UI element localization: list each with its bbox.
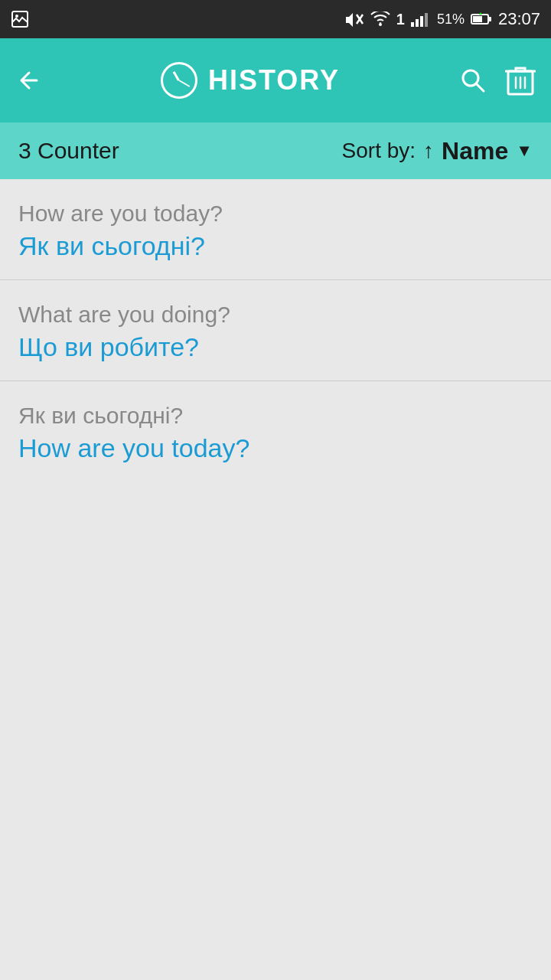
svg-point-4 bbox=[379, 23, 382, 26]
app-bar-title: HISTORY bbox=[208, 64, 340, 96]
muted-icon bbox=[343, 11, 364, 27]
battery-icon bbox=[471, 12, 492, 26]
svg-rect-7 bbox=[420, 16, 423, 27]
svg-rect-8 bbox=[425, 13, 428, 27]
app-bar: HISTORY bbox=[0, 38, 551, 122]
item-secondary-text: Що ви робите? bbox=[18, 332, 533, 362]
svg-point-1 bbox=[15, 15, 18, 18]
history-list: How are you today? Як ви сьогодні? What … bbox=[0, 179, 551, 482]
signal-icon bbox=[411, 11, 431, 27]
sort-bar: 3 Counter Sort by: ↑ Name ▼ bbox=[0, 122, 551, 179]
wifi-icon bbox=[370, 11, 390, 27]
counter-text: 3 Counter bbox=[18, 138, 119, 164]
delete-button[interactable] bbox=[505, 64, 536, 97]
sort-by-label: Sort by: bbox=[342, 139, 416, 163]
status-bar: 1 51% 23:07 bbox=[0, 0, 551, 38]
sim-icon: 1 bbox=[396, 11, 405, 28]
status-bar-left bbox=[11, 10, 29, 28]
svg-rect-11 bbox=[488, 17, 491, 21]
item-primary-text: What are you doing? bbox=[18, 302, 533, 328]
sort-field-label: Name bbox=[442, 137, 508, 165]
app-bar-actions bbox=[458, 64, 536, 97]
list-item[interactable]: How are you today? Як ви сьогодні? bbox=[0, 179, 551, 280]
search-button[interactable] bbox=[458, 65, 488, 96]
list-item[interactable]: What are you doing? Що ви робите? bbox=[0, 280, 551, 381]
item-secondary-text: How are you today? bbox=[18, 433, 533, 463]
svg-rect-5 bbox=[411, 22, 414, 27]
clock-icon bbox=[161, 62, 197, 99]
status-time: 23:07 bbox=[498, 9, 540, 29]
svg-rect-6 bbox=[416, 19, 419, 27]
clock-minute-hand bbox=[178, 80, 190, 87]
item-primary-text: Як ви сьогодні? bbox=[18, 403, 533, 429]
dropdown-arrow-icon[interactable]: ▼ bbox=[516, 141, 533, 161]
svg-rect-10 bbox=[473, 16, 482, 22]
status-bar-right: 1 51% 23:07 bbox=[343, 9, 540, 29]
list-item[interactable]: Як ви сьогодні? How are you today? bbox=[0, 381, 551, 482]
battery-text: 51% bbox=[437, 11, 465, 28]
gallery-icon bbox=[11, 10, 29, 28]
item-secondary-text: Як ви сьогодні? bbox=[18, 231, 533, 261]
item-primary-text: How are you today? bbox=[18, 201, 533, 227]
sort-controls[interactable]: Sort by: ↑ Name ▼ bbox=[342, 137, 533, 165]
app-bar-center: HISTORY bbox=[161, 62, 340, 99]
sort-direction-icon: ↑ bbox=[423, 139, 434, 163]
back-button[interactable] bbox=[15, 67, 43, 94]
